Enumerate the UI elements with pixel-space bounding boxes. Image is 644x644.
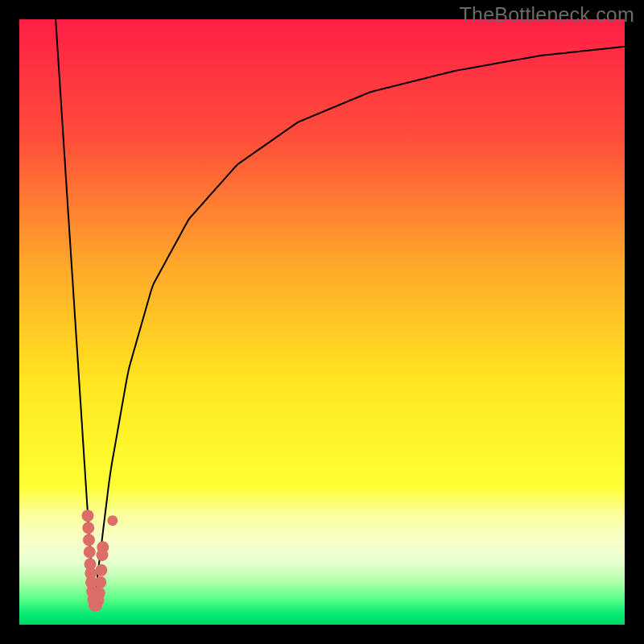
chart-plot [19, 19, 625, 625]
data-point [84, 546, 96, 558]
data-point [93, 587, 105, 599]
data-point [95, 564, 107, 576]
data-point [81, 510, 93, 522]
data-point [82, 522, 94, 534]
chart-frame [19, 19, 625, 625]
data-point [83, 534, 95, 546]
data-point [94, 576, 106, 588]
data-point [107, 515, 118, 526]
gradient-background [19, 19, 625, 625]
watermark-text: TheBottleneck.com [460, 3, 634, 27]
data-point [97, 541, 109, 553]
